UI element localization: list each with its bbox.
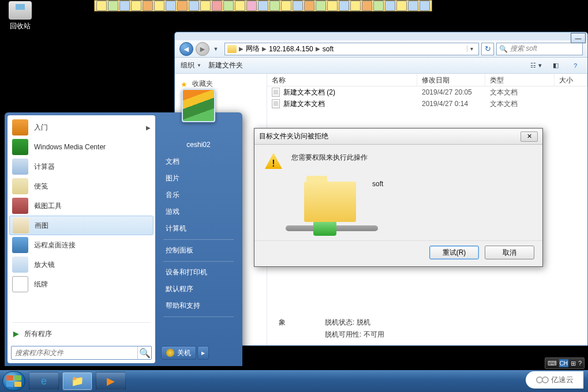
- taskbar-media-player[interactable]: ▶: [96, 372, 126, 390]
- retry-button[interactable]: 重试(R): [429, 246, 479, 259]
- start-search[interactable]: 🔍: [11, 346, 152, 360]
- start-item-snipping-tool[interactable]: 截图工具: [8, 196, 155, 216]
- new-folder-button[interactable]: 新建文件夹: [208, 61, 243, 70]
- vm-tool-icon[interactable]: [269, 1, 280, 11]
- start-item-rdp[interactable]: 远程桌面连接: [8, 235, 155, 255]
- vm-tool-icon[interactable]: [304, 1, 314, 11]
- recycle-bin-icon: [9, 1, 32, 20]
- vm-tool-icon[interactable]: [96, 1, 107, 11]
- vm-tool-icon[interactable]: [327, 1, 338, 11]
- breadcrumb-dropdown[interactable]: ▾: [467, 46, 476, 52]
- search-input[interactable]: 🔍 搜索 soft: [496, 43, 583, 55]
- view-options-button[interactable]: ☷ ▾: [530, 60, 542, 71]
- col-type[interactable]: 类型: [485, 74, 555, 86]
- vm-tool-icon[interactable]: [200, 1, 211, 11]
- preview-pane-button[interactable]: ◧: [549, 60, 562, 71]
- shutdown-options[interactable]: ▸: [197, 346, 209, 360]
- nav-back-button[interactable]: ◄: [179, 42, 193, 56]
- breadcrumb-host[interactable]: 192.168.4.150: [269, 45, 313, 53]
- start-item-paint[interactable]: 画图: [9, 216, 153, 235]
- vm-tool-icon[interactable]: [408, 1, 418, 11]
- file-row[interactable]: 新建文本文档 2019/4/27 0:14 文本文档: [267, 98, 587, 110]
- vm-tool-icon[interactable]: [119, 1, 130, 11]
- vm-tool-icon[interactable]: [293, 1, 303, 11]
- recycle-bin[interactable]: 回收站: [9, 1, 32, 31]
- vm-tool-icon[interactable]: [223, 1, 234, 11]
- start-right-item[interactable]: 文档: [160, 153, 237, 170]
- vm-tool-icon[interactable]: [316, 1, 326, 11]
- start-item-magnifier[interactable]: 放大镜: [8, 255, 155, 274]
- all-programs[interactable]: ▶ 所有程序: [8, 325, 155, 342]
- dialog-titlebar[interactable]: 目标文件夹访问被拒绝 ✕: [254, 129, 542, 145]
- start-item-calculator[interactable]: 计算器: [8, 157, 155, 176]
- vm-tool-icon[interactable]: [177, 1, 188, 11]
- start-button[interactable]: [2, 371, 25, 391]
- close-button[interactable]: ✕: [520, 131, 538, 142]
- nav-history-dropdown[interactable]: ▼: [212, 43, 220, 55]
- col-size[interactable]: 大小: [555, 74, 587, 86]
- cancel-button[interactable]: 取消: [485, 246, 534, 259]
- vm-tool-icon[interactable]: [420, 1, 430, 11]
- breadcrumb-folder[interactable]: soft: [323, 45, 334, 53]
- taskbar-ie[interactable]: e: [29, 372, 59, 390]
- start-item-solitaire[interactable]: 纸牌: [8, 274, 155, 294]
- start-item-get-started[interactable]: 入门 ▶: [8, 118, 155, 137]
- solitaire-icon: [12, 276, 28, 292]
- vm-tool-icon[interactable]: [258, 1, 268, 11]
- breadcrumb-network[interactable]: 网络: [246, 44, 260, 54]
- start-right-item[interactable]: 音乐: [160, 187, 237, 203]
- organize-button[interactable]: 组织▼: [181, 61, 201, 70]
- minimize-button[interactable]: —: [571, 33, 586, 43]
- star-icon: ★: [181, 80, 189, 88]
- breadcrumb[interactable]: ▶ 网络 ▶ 192.168.4.150 ▶ soft ▾: [224, 43, 479, 55]
- chevron-right-icon[interactable]: ▶: [261, 46, 268, 52]
- vm-tool-icon[interactable]: [385, 1, 395, 11]
- language-bar[interactable]: ⌨ CH ⊞ ?: [545, 357, 585, 369]
- start-item-sticky-notes[interactable]: 便笺: [8, 176, 155, 196]
- shutdown-button[interactable]: 关机: [161, 346, 196, 360]
- window-controls: —: [571, 33, 586, 43]
- vm-tool-icon[interactable]: [246, 1, 257, 11]
- lang-indicator[interactable]: CH: [559, 359, 568, 367]
- explorer-titlebar[interactable]: [175, 32, 587, 40]
- help-icon[interactable]: ?: [578, 360, 582, 367]
- ime-icon[interactable]: ⌨: [548, 360, 557, 367]
- nav-forward-button[interactable]: ►: [196, 42, 209, 56]
- user-avatar[interactable]: [182, 89, 215, 122]
- vm-tool-icon[interactable]: [143, 1, 153, 11]
- vm-tool-icon[interactable]: [154, 1, 164, 11]
- start-search-input[interactable]: [12, 349, 137, 357]
- start-right-item[interactable]: 图片: [160, 170, 237, 187]
- start-item-wmc[interactable]: Windows Media Center: [8, 137, 155, 157]
- refresh-button[interactable]: ↻: [481, 43, 494, 55]
- search-icon[interactable]: 🔍: [137, 346, 151, 359]
- vm-tool-icon[interactable]: [281, 1, 291, 11]
- start-right-item[interactable]: 默认程序: [160, 281, 237, 297]
- file-row[interactable]: 新建文本文档 (2) 2019/4/27 20:05 文本文档: [267, 86, 587, 98]
- vm-tool-icon[interactable]: [339, 1, 349, 11]
- user-name[interactable]: ceshi02: [160, 141, 237, 149]
- col-name[interactable]: 名称: [267, 74, 417, 86]
- chevron-right-icon[interactable]: ▶: [314, 46, 321, 52]
- help-button[interactable]: ?: [569, 60, 582, 71]
- vm-tool-icon[interactable]: [189, 1, 199, 11]
- ime-option-icon[interactable]: ⊞: [571, 360, 576, 367]
- start-right-item[interactable]: 控制面板: [160, 242, 237, 259]
- vm-tool-icon[interactable]: [131, 1, 141, 11]
- vm-tool-icon[interactable]: [396, 1, 407, 11]
- start-right-item[interactable]: 设备和打印机: [160, 264, 237, 281]
- vm-tool-icon[interactable]: [362, 1, 372, 11]
- vm-tool-icon[interactable]: [108, 1, 118, 11]
- vm-tool-icon[interactable]: [373, 1, 384, 11]
- col-date[interactable]: 修改日期: [417, 74, 485, 86]
- vm-tool-icon[interactable]: [166, 1, 176, 11]
- chevron-right-icon[interactable]: ▶: [238, 46, 245, 52]
- taskbar-explorer[interactable]: 📁: [62, 372, 92, 390]
- start-right-item[interactable]: 帮助和支持: [160, 297, 237, 314]
- vm-tool-icon[interactable]: [212, 1, 222, 11]
- vm-tool-icon[interactable]: [235, 1, 245, 11]
- start-right-item[interactable]: 游戏: [160, 203, 237, 220]
- vm-tool-icon[interactable]: [350, 1, 361, 11]
- recycle-bin-label: 回收站: [9, 21, 32, 31]
- start-right-item[interactable]: 计算机: [160, 220, 237, 237]
